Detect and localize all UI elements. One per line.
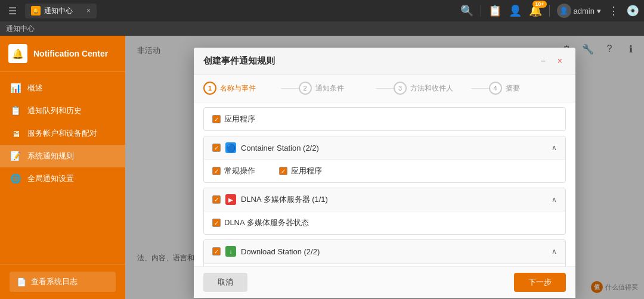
checkbox-dlna1: ✓: [212, 219, 221, 227]
close-button[interactable]: ×: [554, 55, 566, 67]
disk-icon[interactable]: 💿: [626, 4, 639, 17]
download-station-collapse-btn[interactable]: ∧: [552, 247, 557, 256]
next-button[interactable]: 下一步: [514, 273, 566, 292]
taskbar: ☰ 🔔 通知中心 × 🔍 📋 👤 🔔 10+ 👤 admin ▾ ⋮ 💿: [0, 0, 644, 21]
step-4-label: 摘要: [506, 83, 520, 94]
breadcrumb-label: 通知中心: [6, 24, 35, 34]
sidebar-header: 🔔 Notification Center: [0, 36, 125, 72]
cs-item-label-2: 应用程序: [291, 166, 322, 176]
checkbox-cs2: ✓: [279, 167, 287, 175]
step-3: 3 方法和收件人: [394, 82, 471, 95]
avatar: 👤: [557, 4, 571, 18]
checkbox-cs1: ✓: [212, 167, 221, 175]
minimize-button[interactable]: −: [537, 55, 549, 67]
container-station-title: Container Station (2/2): [241, 144, 319, 152]
step-4: 4 摘要: [489, 82, 566, 95]
modal-stepper: 1 名称与事件 2 通知条件 3 方法和收件人 4: [194, 74, 575, 102]
overview-icon: 📊: [10, 83, 21, 94]
menu-button[interactable]: ☰: [5, 3, 20, 19]
global-icon: 🌐: [10, 173, 21, 184]
more-options-icon[interactable]: ⋮: [608, 4, 619, 17]
sidebar-item-global[interactable]: 🌐 全局通知设置: [0, 167, 125, 190]
step-2: 2 通知条件: [299, 82, 376, 95]
step-2-circle: 2: [299, 82, 312, 95]
container-station-icon: 🔵: [225, 142, 236, 153]
username-label: admin: [574, 7, 595, 15]
cs-item-regular[interactable]: ✓ 常规操作: [212, 166, 255, 176]
step-line-3: [471, 88, 489, 89]
dlna-item-label: DLNA 多媒体服务器状态: [224, 217, 309, 228]
step-line-1: [281, 88, 299, 89]
sidebar-item-label: 通知队列和历史: [27, 105, 82, 116]
step-3-circle: 3: [394, 82, 407, 95]
container-station-collapse-btn[interactable]: ∧: [552, 144, 557, 152]
step-2-label: 通知条件: [315, 83, 344, 94]
sidebar-title: Notification Center: [33, 49, 108, 58]
dlna-content: ✓ DLNA 多媒体服务器状态: [204, 211, 565, 234]
dlna-icon: ▶: [225, 194, 236, 205]
download-station-header-left: ✓ ↓ Download Station (2/2): [212, 246, 320, 257]
cs-item-label-1: 常规操作: [224, 166, 255, 176]
container-station-content: ✓ 常规操作 ✓ 应用程序: [204, 160, 565, 182]
tab-close-button[interactable]: ×: [86, 7, 91, 15]
sidebar-logo: 🔔: [8, 44, 27, 63]
step-4-circle: 4: [489, 82, 502, 95]
taskbar-divider-2: [549, 5, 550, 17]
cancel-button[interactable]: 取消: [203, 273, 247, 292]
search-icon[interactable]: 🔍: [460, 4, 473, 17]
download-station-title: Download Station (2/2): [241, 247, 320, 256]
step-1: 1 名称与事件: [203, 82, 281, 95]
sidebar-item-overview[interactable]: 📊 概述: [0, 77, 125, 99]
modal-body: ✓ 应用程序 ✓ 🔵 Container Station (2/2): [194, 102, 575, 266]
dlna-header: ✓ ▶ DLNA 多媒体服务器 (1/1) ∧: [204, 188, 565, 211]
checkbox-app1: ✓: [212, 115, 221, 123]
checkbox-container-master[interactable]: ✓: [212, 144, 221, 152]
download-station-section: ✓ ↓ Download Station (2/2) ∧ ✓ Download …: [203, 239, 566, 266]
cs-item-app[interactable]: ✓ 应用程序: [279, 166, 322, 176]
log-icon: 📄: [17, 278, 26, 286]
file-icon[interactable]: 📋: [488, 4, 501, 17]
modal-overlay: 创建事件通知规则 − × 1 名称与事件 2 通知条件: [125, 36, 644, 299]
step-line-2: [376, 88, 394, 89]
chevron-down-icon: ▾: [597, 7, 601, 15]
sidebar-item-label: 概述: [27, 83, 43, 94]
step-1-label: 名称与事件: [220, 83, 256, 94]
dlna-collapse-btn[interactable]: ∧: [552, 195, 557, 204]
log-btn-label: 查看系统日志: [31, 276, 78, 287]
sidebar-item-queue[interactable]: 📋 通知队列和历史: [0, 99, 125, 122]
notification-badge-container[interactable]: 🔔 10+: [529, 4, 542, 17]
user-circle-icon[interactable]: 👤: [509, 4, 522, 17]
tab-icon: 🔔: [31, 6, 41, 15]
modal-title: 创建事件通知规则: [203, 55, 275, 67]
step-3-label: 方法和收件人: [410, 83, 453, 94]
sidebar: 🔔 Notification Center 📊 概述 📋 通知队列和历史 🖥 服…: [0, 36, 125, 299]
view-system-log-button[interactable]: 📄 查看系统日志: [10, 272, 116, 292]
dlna-title: DLNA 多媒体服务器 (1/1): [241, 194, 328, 205]
queue-icon: 📋: [10, 105, 21, 116]
modal-header: 创建事件通知规则 − ×: [194, 48, 575, 74]
app-item-label: 应用程序: [224, 114, 255, 124]
notification-count-badge: 10+: [532, 1, 546, 8]
app-item-app1[interactable]: ✓ 应用程序: [212, 114, 255, 124]
download-station-header: ✓ ↓ Download Station (2/2) ∧: [204, 240, 565, 263]
dlna-item-status[interactable]: ✓ DLNA 多媒体服务器状态: [212, 217, 309, 228]
container-station-header: ✓ 🔵 Container Station (2/2) ∧: [204, 136, 565, 160]
modal-header-buttons: − ×: [537, 55, 566, 67]
taskbar-right: 🔍 📋 👤 🔔 10+ 👤 admin ▾ ⋮ 💿: [460, 4, 639, 18]
download-station-icon: ↓: [225, 246, 236, 257]
sidebar-footer: 📄 查看系统日志: [0, 264, 125, 299]
taskbar-tab-notification[interactable]: 🔔 通知中心 ×: [25, 4, 97, 18]
sidebar-item-rules[interactable]: 📝 系统通知规则: [0, 145, 125, 167]
sidebar-item-service[interactable]: 🖥 服务帐户和设备配对: [0, 122, 125, 145]
breadcrumb: 通知中心: [0, 21, 644, 36]
app-section-1-content: ✓ 应用程序: [204, 108, 565, 130]
dlna-section: ✓ ▶ DLNA 多媒体服务器 (1/1) ∧ ✓ DLNA 多媒体服务器状态: [203, 188, 566, 235]
sidebar-nav: 📊 概述 📋 通知队列和历史 🖥 服务帐户和设备配对 📝 系统通知规则 🌐 全局…: [0, 72, 125, 264]
checkbox-dlna-master[interactable]: ✓: [212, 195, 221, 204]
sidebar-item-label: 服务帐户和设备配对: [27, 128, 97, 139]
tab-label: 通知中心: [44, 6, 73, 16]
checkbox-download-master[interactable]: ✓: [212, 247, 221, 256]
user-menu[interactable]: 👤 admin ▾: [557, 4, 601, 18]
rules-icon: 📝: [10, 151, 21, 161]
sidebar-item-label: 全局通知设置: [27, 173, 74, 184]
